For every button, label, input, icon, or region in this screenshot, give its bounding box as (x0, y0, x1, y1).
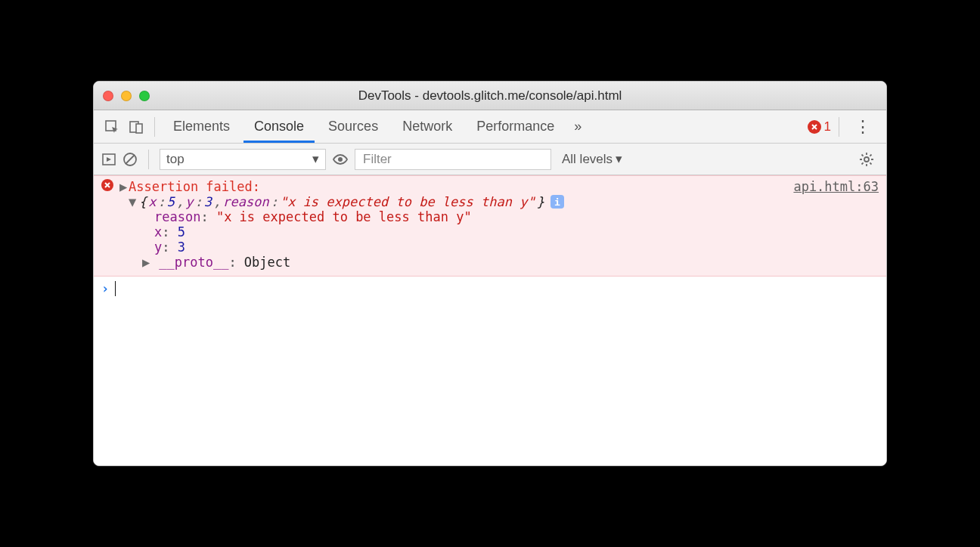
close-window-button[interactable] (103, 91, 113, 101)
expand-icon[interactable]: ▶ (118, 179, 129, 194)
settings-menu-button[interactable]: ⋮ (847, 117, 879, 137)
minimize-window-button[interactable] (121, 91, 132, 101)
error-title: Assertion failed: (129, 179, 260, 194)
more-tabs-button[interactable]: » (568, 119, 588, 134)
log-levels-selector[interactable]: All levels ▾ (557, 151, 627, 167)
svg-point-6 (338, 157, 343, 162)
device-toolbar-icon[interactable] (126, 116, 147, 138)
divider (154, 117, 155, 137)
tab-performance[interactable]: Performance (466, 110, 565, 143)
error-count: 1 (824, 119, 831, 134)
titlebar: DevTools - devtools.glitch.me/console/ap… (94, 82, 886, 110)
divider (148, 150, 149, 169)
source-link[interactable]: api.html:63 (793, 179, 879, 194)
prompt-icon: › (101, 281, 109, 296)
tab-sources[interactable]: Sources (318, 110, 389, 143)
inspect-element-icon[interactable] (101, 116, 122, 138)
toggle-drawer-icon[interactable] (101, 152, 116, 167)
main-tabbar: Elements Console Sources Network Perform… (94, 110, 886, 144)
error-icon (101, 179, 113, 191)
error-count-badge[interactable]: 1 (808, 119, 831, 134)
clear-console-icon[interactable] (122, 152, 138, 167)
error-icon (808, 120, 821, 134)
svg-line-5 (126, 155, 135, 164)
tab-elements[interactable]: Elements (163, 110, 240, 143)
object-preview[interactable]: ▼ {x: 5, y: 3, reason: "x is expected to… (127, 194, 879, 209)
context-label: top (166, 152, 185, 167)
svg-point-7 (864, 157, 869, 162)
maximize-window-button[interactable] (139, 91, 150, 101)
property-reason: reason: "x is expected to be less than y… (154, 209, 879, 224)
text-cursor (115, 281, 116, 296)
window-title: DevTools - devtools.glitch.me/console/ap… (103, 88, 877, 104)
live-expression-icon[interactable] (332, 153, 349, 165)
info-icon[interactable]: i (550, 195, 564, 209)
window-controls (103, 91, 150, 101)
console-prompt[interactable]: › (94, 277, 886, 301)
dropdown-icon: ▾ (616, 151, 622, 167)
dropdown-icon: ▾ (312, 151, 319, 167)
context-selector[interactable]: top ▾ (160, 149, 326, 170)
filter-placeholder: Filter (363, 152, 392, 167)
filter-input[interactable]: Filter (355, 149, 551, 170)
property-x: x: 5 (154, 224, 879, 240)
levels-label: All levels (562, 152, 612, 167)
tab-console[interactable]: Console (243, 110, 315, 143)
console-output: ▶ Assertion failed: api.html:63 ▼ {x: 5,… (94, 175, 886, 465)
svg-rect-2 (136, 124, 142, 133)
console-settings-icon[interactable] (854, 152, 879, 167)
collapse-icon[interactable]: ▼ (127, 194, 138, 209)
property-y: y: 3 (154, 240, 879, 255)
tab-network[interactable]: Network (392, 110, 463, 143)
devtools-window: DevTools - devtools.glitch.me/console/ap… (93, 81, 887, 466)
console-toolbar: top ▾ Filter All levels ▾ (94, 144, 886, 175)
proto-row[interactable]: ▶ __proto__: Object (141, 255, 879, 270)
divider (839, 117, 839, 137)
error-message: ▶ Assertion failed: api.html:63 ▼ {x: 5,… (94, 175, 886, 277)
expand-icon[interactable]: ▶ (141, 255, 151, 270)
